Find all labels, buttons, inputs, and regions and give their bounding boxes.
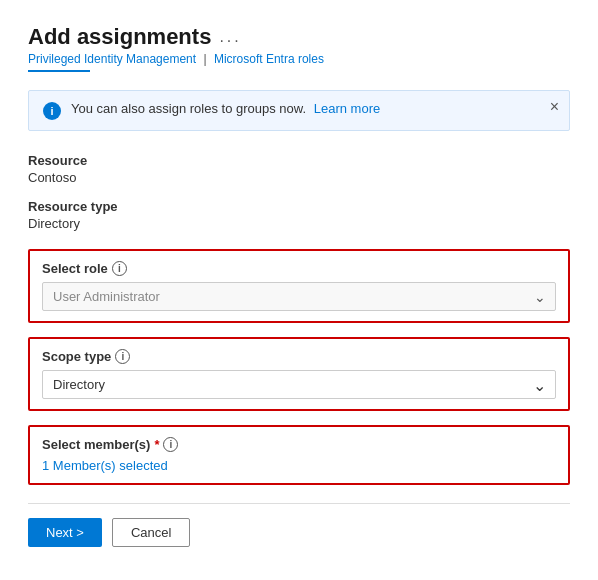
resource-type-label: Resource type [28,199,570,214]
breadcrumb-separator: | [203,52,206,66]
scope-type-input[interactable]: DirectoryAdministrative Unit [42,370,556,399]
select-members-tooltip-icon[interactable]: i [163,437,178,452]
breadcrumb-part2: Microsoft Entra roles [214,52,324,66]
learn-more-link[interactable]: Learn more [314,101,380,116]
required-star: * [154,437,159,452]
page-title: Add assignments ... [28,24,570,50]
select-members-label-row: Select member(s) * i [42,437,556,452]
breadcrumb: Privileged Identity Management | Microso… [28,52,570,66]
select-role-tooltip-icon[interactable]: i [112,261,127,276]
scope-type-label-row: Scope type i [42,349,556,364]
scope-type-group: Scope type i DirectoryAdministrative Uni… [28,337,570,411]
close-icon[interactable]: × [550,99,559,115]
members-selected-link[interactable]: 1 Member(s) selected [42,458,168,473]
title-underline [28,70,90,72]
more-options-icon[interactable]: ... [219,28,241,46]
resource-value: Contoso [28,170,570,185]
select-role-label: Select role [42,261,108,276]
select-members-label: Select member(s) [42,437,150,452]
info-icon: i [43,102,61,120]
breadcrumb-part1: Privileged Identity Management [28,52,196,66]
select-role-group: Select role i User Administrator ⌄ [28,249,570,323]
banner-text: You can also assign roles to groups now.… [71,101,380,116]
footer-divider [28,503,570,504]
footer-buttons: Next > Cancel [28,518,570,547]
resource-type-section: Resource type Directory [28,199,570,231]
scope-type-wrapper[interactable]: DirectoryAdministrative Unit ⌄ [42,370,556,399]
resource-label: Resource [28,153,570,168]
select-role-wrapper[interactable]: User Administrator ⌄ [42,282,556,311]
scope-type-label: Scope type [42,349,111,364]
scope-type-tooltip-icon[interactable]: i [115,349,130,364]
select-role-input[interactable]: User Administrator [42,282,556,311]
resource-type-value: Directory [28,216,570,231]
resource-section: Resource Contoso [28,153,570,185]
select-members-group: Select member(s) * i 1 Member(s) selecte… [28,425,570,485]
info-banner: i You can also assign roles to groups no… [28,90,570,131]
cancel-button[interactable]: Cancel [112,518,190,547]
next-button[interactable]: Next > [28,518,102,547]
select-role-label-row: Select role i [42,261,556,276]
